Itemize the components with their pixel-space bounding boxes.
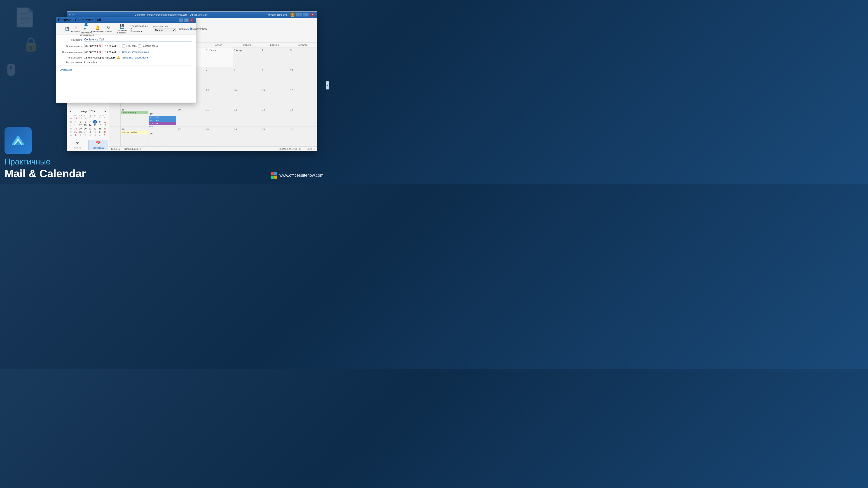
mini-day-7[interactable]: 7 xyxy=(88,120,93,124)
cal-day-26[interactable]: 26 xyxy=(149,127,177,146)
change-reminder-link[interactable]: Изменить напоминания xyxy=(122,56,149,59)
cal-day-21[interactable]: 21 xyxy=(205,107,233,126)
refresh-icon[interactable]: ↻ xyxy=(69,13,71,16)
mini-day-30[interactable]: 30 xyxy=(97,130,102,134)
mini-day-4-next[interactable]: 4 xyxy=(88,134,93,137)
save-close-button[interactable]: 💾 Сохранитьи закрыть xyxy=(117,23,127,35)
mini-day-13[interactable]: 13 xyxy=(83,124,88,127)
repeat-button[interactable]: ↻ Повтор xyxy=(103,24,113,33)
invite-button[interactable]: 👤+ Пригласитьпользователей xyxy=(82,21,92,37)
cal-day-14[interactable]: 14 xyxy=(205,87,233,107)
cal-day-30[interactable]: 30 xyxy=(261,127,289,146)
cal-day-8[interactable]: 8 xyxy=(233,67,261,87)
dialog-forward-btn[interactable]: → xyxy=(62,27,65,31)
start-date-field[interactable]: 07.08.2019 📅 xyxy=(84,44,103,48)
cal-day-aug1[interactable]: 1 Август xyxy=(233,48,261,67)
mini-day-23[interactable]: 23 xyxy=(97,127,102,130)
calendar-nav-button[interactable]: 📅 Календарь xyxy=(88,140,108,150)
end-time-field[interactable]: 11:00 AM 🕐 xyxy=(104,50,121,54)
mini-day-7-next[interactable]: 7 xyxy=(102,134,107,137)
zoom-plus[interactable]: + xyxy=(314,148,315,150)
all-day-checkbox[interactable] xyxy=(122,44,125,48)
mini-day-11[interactable]: 11 xyxy=(73,124,78,127)
mini-day-19[interactable]: 19 xyxy=(78,127,83,130)
officesuite-link[interactable]: OfficeSuite xyxy=(60,68,72,71)
mini-day-1-next[interactable]: 1 xyxy=(73,134,78,137)
mini-day-28[interactable]: 28 xyxy=(88,130,93,134)
edit-menu[interactable]: Редактирование ▾ xyxy=(130,25,148,30)
start-time-field[interactable]: 10:30 AM 🕐 xyxy=(104,44,121,48)
cal-day-24[interactable]: 24 xyxy=(289,107,317,126)
mini-cal-next[interactable]: ▶ xyxy=(104,110,107,113)
reminder-button[interactable]: 🔔 Напоминания xyxy=(93,24,102,33)
mini-day-31[interactable]: 31 xyxy=(102,130,107,134)
cancel-button[interactable]: ✕ Отменить xyxy=(71,24,81,33)
mini-day-22[interactable]: 22 xyxy=(93,127,97,130)
maximize-button[interactable]: □ xyxy=(303,13,309,17)
summer-holiday-event[interactable]: Summer Holiday... xyxy=(121,131,148,134)
mini-day-3-next[interactable]: 3 xyxy=(83,134,88,137)
dialog-back-btn[interactable]: ← xyxy=(58,27,61,31)
dialog-maximize[interactable]: □ xyxy=(184,19,189,22)
insert-menu[interactable]: Вставить ▾ xyxy=(130,30,148,33)
mini-day-4[interactable]: 4 xyxy=(73,120,78,124)
more-events-19[interactable]: еще 1 xyxy=(149,125,176,126)
mini-day-18[interactable]: 18 xyxy=(73,127,78,130)
cal-day-17[interactable]: 17 xyxy=(289,87,317,107)
mini-day-6[interactable]: 6 xyxy=(83,120,88,124)
show-as-select[interactable]: Занято Свободно Под вопросом xyxy=(153,28,176,32)
mini-day-15[interactable]: 15 xyxy=(93,124,97,127)
close-button[interactable]: ✕ xyxy=(310,13,315,17)
event-19-3[interactable]: 2:30 PM xyxy=(149,122,176,125)
cal-day-7[interactable]: 7 xyxy=(205,67,233,87)
mini-day-20[interactable]: 20 xyxy=(83,127,88,130)
cal-day-9[interactable]: 9 xyxy=(261,67,289,87)
mini-day-24[interactable]: 24 xyxy=(102,127,107,130)
mini-day-30-prev[interactable]: 30 xyxy=(83,117,88,120)
cal-day-jul31[interactable]: 31 Июль xyxy=(205,48,233,67)
mini-day-29-prev[interactable]: 29 xyxy=(78,117,83,120)
sidebar-expand-right-button[interactable]: ▶ xyxy=(326,81,329,89)
minimize-button[interactable]: ─ xyxy=(296,13,302,17)
mini-day-26[interactable]: 26 xyxy=(78,130,83,134)
mini-day-2-next[interactable]: 2 xyxy=(78,134,83,137)
mini-day-17[interactable]: 17 xyxy=(102,124,107,127)
cal-day-18[interactable]: 18 Team Building xyxy=(121,107,149,126)
title-input[interactable] xyxy=(84,37,192,42)
cal-day-27[interactable]: 27 xyxy=(177,127,205,146)
mini-day-1[interactable]: 1 xyxy=(93,117,97,120)
cal-day-16[interactable]: 16 xyxy=(261,87,289,107)
mini-day-8-today[interactable]: 8 xyxy=(93,120,97,124)
cal-day-29[interactable]: 29 xyxy=(233,127,261,146)
cal-day-19[interactable]: 19 10:30 AM 11:00 AM 2:30 PM еще 1 xyxy=(149,107,177,126)
cal-day-23[interactable]: 23 xyxy=(261,107,289,126)
cal-day-15[interactable]: 15 xyxy=(233,87,261,107)
team-building-event[interactable]: Team Building xyxy=(121,111,149,114)
zoom-minus[interactable]: ─ xyxy=(303,148,305,150)
event-19-2[interactable]: 11:00 AM xyxy=(149,119,176,122)
end-date-field[interactable]: 08.08.2019 📅 xyxy=(84,50,103,54)
mini-day-28-prev[interactable]: 28 xyxy=(73,117,78,120)
mini-day-5[interactable]: 5 xyxy=(78,120,83,124)
dialog-minimize[interactable]: ─ xyxy=(179,19,183,22)
cal-day-22[interactable]: 22 xyxy=(233,107,261,126)
mini-day-27[interactable]: 27 xyxy=(83,130,88,134)
mini-day-3[interactable]: 3 xyxy=(102,117,107,120)
dialog-save-quick-btn[interactable]: 💾 xyxy=(65,27,69,31)
dialog-close[interactable]: ✕ xyxy=(189,19,194,22)
mini-day-21[interactable]: 21 xyxy=(88,127,93,130)
mini-day-12[interactable]: 12 xyxy=(78,124,83,127)
event-19-1[interactable]: 10:30 AM xyxy=(149,116,176,119)
cal-day-aug3[interactable]: 3 xyxy=(289,48,317,67)
mini-day-31-prev[interactable]: 31 xyxy=(88,117,93,120)
mini-day-29[interactable]: 29 xyxy=(93,130,97,134)
mini-day-2[interactable]: 2 xyxy=(97,117,102,120)
mini-day-6-next[interactable]: 6 xyxy=(97,134,102,137)
cal-day-aug2[interactable]: 2 xyxy=(261,48,289,67)
appointment-dialog[interactable]: Встреча - Conference Call ─ □ ✕ ← → 💾 ✕ … xyxy=(56,17,196,103)
maximize-icon[interactable]: ⊞ xyxy=(72,13,74,16)
cal-day-20[interactable]: 20 xyxy=(177,107,205,126)
mini-day-16[interactable]: 16 xyxy=(97,124,102,127)
timezone-checkbox[interactable] xyxy=(138,44,141,48)
cal-day-10[interactable]: 10 xyxy=(289,67,317,87)
